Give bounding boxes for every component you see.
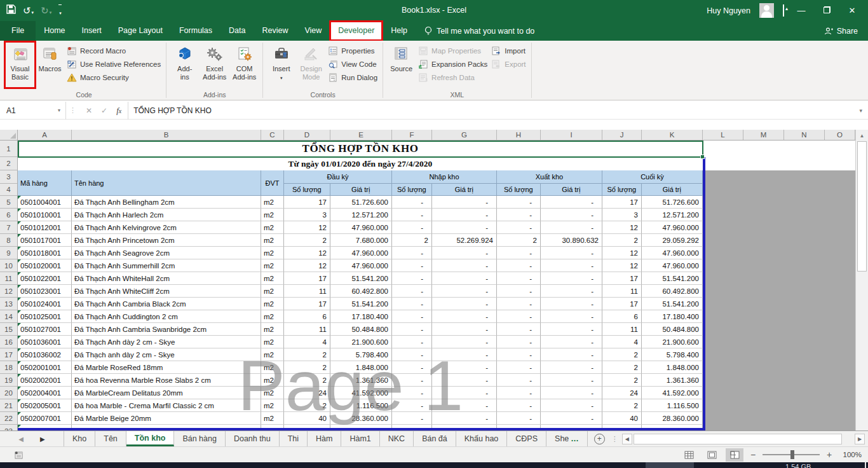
- row-header-14[interactable]: 14: [0, 310, 17, 323]
- record-macro-button[interactable]: Record Macro: [67, 46, 161, 55]
- cell[interactable]: 11: [602, 323, 642, 336]
- cell[interactable]: -: [432, 348, 497, 361]
- cell[interactable]: -: [541, 221, 602, 234]
- user-name[interactable]: Huy Nguyen: [707, 6, 750, 15]
- column-header-C[interactable]: C: [261, 130, 284, 140]
- cell[interactable]: 1.116.500: [642, 399, 703, 412]
- cell[interactable]: 41.592.000: [642, 387, 703, 399]
- cell[interactable]: 2: [284, 361, 330, 374]
- header-so-luong[interactable]: Số lượng: [497, 184, 541, 195]
- row-header-16[interactable]: 16: [0, 336, 17, 348]
- insert-control-button[interactable]: Insert▾: [266, 42, 296, 88]
- cell[interactable]: 0501024001: [18, 298, 72, 310]
- cell[interactable]: 0502001001: [18, 361, 72, 374]
- cell[interactable]: -: [432, 196, 497, 209]
- macro-recording-status-icon[interactable]: [14, 450, 24, 460]
- cell[interactable]: -: [541, 196, 602, 209]
- cell[interactable]: 50.484.800: [642, 323, 703, 336]
- cell[interactable]: -: [392, 412, 432, 425]
- header-gia-tri[interactable]: Giá trị: [432, 184, 496, 195]
- cell[interactable]: 12: [284, 259, 330, 272]
- cell[interactable]: 12.571.200: [642, 209, 703, 221]
- cell[interactable]: 17: [284, 272, 330, 285]
- horizontal-scrollbar-thumb[interactable]: [634, 434, 842, 444]
- tabbar-splitter[interactable]: ⋮: [611, 435, 618, 443]
- cell[interactable]: 3: [602, 209, 642, 221]
- cell[interactable]: 2: [284, 374, 330, 387]
- cell[interactable]: m2: [261, 234, 284, 247]
- row-header-22[interactable]: 22: [0, 412, 17, 425]
- cell[interactable]: -: [392, 310, 432, 323]
- cell[interactable]: m2: [261, 196, 284, 209]
- cell[interactable]: -: [497, 196, 541, 209]
- page-layout-view-button[interactable]: [703, 448, 721, 462]
- cell[interactable]: 24: [284, 387, 330, 399]
- column-header-H[interactable]: H: [497, 130, 541, 140]
- expand-formula-bar-icon[interactable]: ▾: [859, 107, 868, 114]
- insert-dropdown-caret[interactable]: ▾: [280, 76, 283, 80]
- row-header-2[interactable]: 2: [0, 157, 17, 170]
- cell[interactable]: 51.541.200: [642, 272, 703, 285]
- cell[interactable]: 51.726.600: [330, 196, 392, 209]
- next-sheet-icon[interactable]: ▶: [40, 436, 45, 443]
- cell[interactable]: -: [541, 374, 602, 387]
- row-header-23[interactable]: 23: [0, 425, 17, 430]
- cell[interactable]: -: [497, 361, 541, 374]
- cell[interactable]: -: [392, 399, 432, 412]
- row-header-3[interactable]: 3: [0, 170, 17, 184]
- vertical-scrollbar-thumb[interactable]: [857, 141, 867, 272]
- cell[interactable]: 5.798.400: [642, 348, 703, 361]
- row-header-12[interactable]: 12: [0, 285, 17, 298]
- cell[interactable]: 41.592.000: [330, 387, 392, 399]
- sheet-tab-tên[interactable]: Tên: [95, 431, 126, 446]
- cell[interactable]: 60.492.800: [330, 285, 392, 298]
- cell[interactable]: 11: [284, 323, 330, 336]
- cell[interactable]: -: [541, 361, 602, 374]
- cell[interactable]: 40: [284, 412, 330, 425]
- restore-button[interactable]: [818, 6, 835, 15]
- sheet-tab-hàm1[interactable]: Hàm1: [341, 431, 379, 446]
- cell[interactable]: -: [432, 310, 497, 323]
- cell[interactable]: -: [541, 323, 602, 336]
- cell[interactable]: m2: [261, 412, 284, 425]
- cell[interactable]: Đá Marble Beige 20mm: [72, 412, 261, 425]
- cell[interactable]: 12: [602, 247, 642, 259]
- column-header-L[interactable]: L: [703, 130, 743, 140]
- cell[interactable]: 1.361.360: [642, 374, 703, 387]
- cell[interactable]: -: [392, 221, 432, 234]
- enter-icon[interactable]: ✓: [101, 106, 107, 115]
- cell[interactable]: 21.900.600: [642, 336, 703, 348]
- cell[interactable]: -: [392, 209, 432, 221]
- macro-security-button[interactable]: Macro Security: [67, 72, 161, 82]
- cell[interactable]: 40: [602, 412, 642, 425]
- cell[interactable]: m2: [261, 285, 284, 298]
- column-header-G[interactable]: G: [432, 130, 497, 140]
- header-ma-hang[interactable]: Mã hàng: [18, 170, 72, 195]
- cell[interactable]: -: [392, 348, 432, 361]
- sheet-tab-cđps[interactable]: CĐPS: [507, 431, 546, 446]
- cell[interactable]: 47.960.000: [642, 221, 703, 234]
- visual-basic-button[interactable]: VisualBasic: [5, 42, 35, 88]
- cell[interactable]: -: [497, 412, 541, 425]
- insert-function-icon[interactable]: fx: [116, 106, 121, 116]
- row-header-9[interactable]: 9: [0, 247, 17, 259]
- cell[interactable]: -: [432, 323, 497, 336]
- cell[interactable]: 2: [284, 348, 330, 361]
- cell[interactable]: -: [392, 323, 432, 336]
- cell[interactable]: -: [541, 336, 602, 348]
- cell[interactable]: -: [541, 412, 602, 425]
- cell[interactable]: 1.361.360: [330, 374, 392, 387]
- cell[interactable]: m2: [261, 348, 284, 361]
- cell[interactable]: Đá Thạch Anh Princetown 2cm: [72, 234, 261, 247]
- header-gia-tri[interactable]: Giá trị: [541, 184, 602, 195]
- cell[interactable]: -: [497, 336, 541, 348]
- cell[interactable]: 11: [602, 285, 642, 298]
- name-box[interactable]: A1 ▾: [0, 102, 66, 120]
- cell[interactable]: -: [541, 348, 602, 361]
- cell[interactable]: Đá Thạch Anh Harlech 2cm: [72, 209, 261, 221]
- cell-a1-merged-title[interactable]: TỔNG HỢP TỒN KHO: [18, 141, 703, 157]
- column-header-F[interactable]: F: [392, 130, 432, 140]
- cell[interactable]: -: [541, 285, 602, 298]
- cell[interactable]: 12.571.200: [330, 209, 392, 221]
- cell[interactable]: -: [497, 323, 541, 336]
